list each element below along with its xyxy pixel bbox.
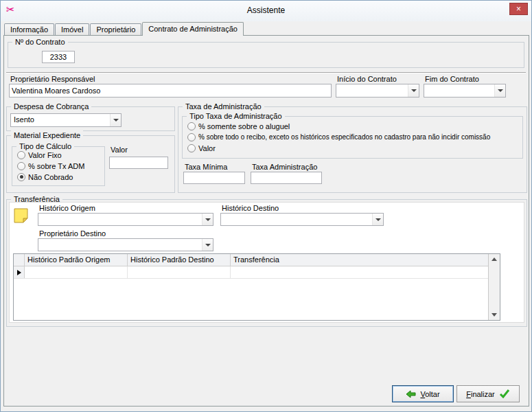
- radio-taxa-valor[interactable]: Valor: [187, 144, 216, 152]
- grid-vertical-scrollbar[interactable]: [488, 254, 500, 320]
- despesa-cobranca-combobox[interactable]: Isento: [10, 113, 122, 127]
- radio-todo-recibo-label: % sobre todo o recibo, exceto os históri…: [198, 133, 490, 141]
- separator: [6, 72, 526, 73]
- proprietario-destino-label: Proprietário Destino: [39, 229, 106, 238]
- window-title: Assistente: [1, 1, 531, 21]
- contract-end-combobox[interactable]: [424, 84, 506, 98]
- taxa-minima-label: Taxa Mínima: [185, 163, 227, 172]
- taxa-administracao-input[interactable]: [251, 172, 322, 184]
- chevron-down-icon[interactable]: [202, 239, 213, 251]
- group-tipo-calculo-label: Tipo de Cálculo: [16, 141, 74, 151]
- radio-circle: [187, 133, 196, 141]
- table-row[interactable]: [14, 266, 488, 279]
- taxa-administracao-label: Taxa Administração: [252, 163, 317, 172]
- contract-number-input[interactable]: [42, 51, 75, 63]
- tab-informacao[interactable]: Informação: [4, 23, 54, 35]
- despesa-cobranca-value: Isento: [11, 114, 110, 126]
- cell-origem[interactable]: [25, 266, 128, 278]
- tab-proprietario[interactable]: Proprietário: [90, 23, 141, 35]
- chevron-down-icon[interactable]: [372, 214, 383, 225]
- grid-column-transferencia[interactable]: Transferência: [231, 254, 488, 266]
- historico-destino-value: [221, 214, 372, 225]
- grid-column-historico-padrao-destino[interactable]: Histórico Padrão Destino: [128, 254, 231, 266]
- chevron-down-icon[interactable]: [202, 214, 213, 225]
- proprietario-destino-value: [38, 239, 202, 251]
- group-tipo-taxa-administracao-label: Tipo Taxa de Administração: [187, 111, 285, 121]
- radio-sobre-tx-adm-label: % sobre Tx ADM: [28, 162, 84, 170]
- group-taxa-administracao-label: Taxa de Administração: [183, 102, 264, 111]
- owner-input[interactable]: [9, 84, 332, 98]
- grid-column-historico-padrao-origem[interactable]: Histórico Padrão Origem: [25, 254, 128, 266]
- valor-label: Valor: [111, 146, 128, 154]
- transfer-grid-header: Histórico Padrão Origem Histórico Padrão…: [14, 254, 488, 266]
- close-button[interactable]: ×: [509, 3, 528, 15]
- group-numero-contrato-label: Nº do Contrato: [12, 37, 68, 47]
- scroll-up-icon[interactable]: [489, 254, 500, 264]
- check-icon: [499, 389, 510, 398]
- radio-sobre-tx-adm[interactable]: % sobre Tx ADM: [17, 161, 84, 170]
- radio-circle: [17, 173, 25, 181]
- historico-destino-combobox[interactable]: [220, 213, 384, 226]
- radio-nao-cobrado-label: Não Cobrado: [28, 173, 73, 181]
- scroll-down-icon[interactable]: [489, 310, 500, 320]
- contract-end-value: [424, 84, 494, 97]
- cell-destino[interactable]: [128, 266, 231, 278]
- group-material-expediente-label: Material Expediente: [11, 130, 83, 140]
- tab-imovel[interactable]: Imóvel: [55, 23, 89, 35]
- group-numero-contrato: Nº do Contrato: [8, 42, 524, 68]
- tabstrip: Informação Imóvel Proprietário Contrato …: [4, 22, 244, 36]
- voltar-label: Voltar: [420, 390, 439, 398]
- finalizar-button[interactable]: Finalizar: [456, 385, 520, 402]
- titlebar[interactable]: ✂ Assistente ×: [1, 1, 531, 21]
- radio-somente-aluguel[interactable]: % somente sobre o aluguel: [187, 122, 290, 130]
- owner-label: Proprietário Responsável: [10, 75, 95, 84]
- radio-circle: [187, 122, 196, 130]
- radio-taxa-valor-label: Valor: [198, 144, 216, 152]
- contract-start-label: Início do Contrato: [337, 75, 397, 84]
- taxa-minima-input[interactable]: [183, 172, 245, 184]
- transfer-grid-body: Histórico Padrão Origem Histórico Padrão…: [14, 254, 488, 320]
- assistente-dialog: ✂ Assistente × Informação Imóvel Proprie…: [0, 0, 532, 412]
- radio-circle: [17, 151, 25, 159]
- sticky-note-icon: [12, 207, 30, 225]
- grid-indicator-header: [14, 254, 25, 266]
- finalizar-label: Finalizar: [466, 390, 495, 398]
- arrow-left-icon: [406, 390, 416, 398]
- contract-start-value: [336, 84, 408, 97]
- radio-nao-cobrado[interactable]: Não Cobrado: [17, 172, 73, 181]
- cell-transferencia[interactable]: [231, 266, 488, 278]
- radio-somente-aluguel-label: % somente sobre o aluguel: [198, 122, 290, 130]
- radio-valor-fixo-label: Valor Fixo: [28, 151, 62, 159]
- voltar-button[interactable]: Voltar: [392, 385, 454, 402]
- historico-origem-value: [38, 214, 202, 225]
- proprietario-destino-combobox[interactable]: [38, 238, 213, 251]
- radio-valor-fixo[interactable]: Valor Fixo: [17, 150, 62, 159]
- radio-circle: [17, 162, 25, 170]
- chevron-down-icon[interactable]: [494, 84, 505, 97]
- chevron-down-icon[interactable]: [110, 114, 121, 126]
- group-despesa-cobranca-label: Despesa de Cobrança: [11, 102, 91, 111]
- contract-end-label: Fim do Contrato: [425, 75, 479, 84]
- tab-contrato-administracao[interactable]: Contrato de Administração: [142, 22, 244, 36]
- historico-origem-combobox[interactable]: [38, 213, 213, 226]
- historico-destino-label: Histórico Destino: [222, 204, 279, 213]
- contract-start-combobox[interactable]: [336, 84, 419, 98]
- row-indicator-icon: [14, 266, 25, 278]
- chevron-down-icon[interactable]: [408, 84, 419, 97]
- radio-circle: [187, 144, 196, 152]
- valor-input[interactable]: [109, 157, 168, 169]
- radio-todo-recibo[interactable]: % sobre todo o recibo, exceto os históri…: [187, 133, 490, 141]
- transfer-grid: Histórico Padrão Origem Histórico Padrão…: [13, 253, 500, 321]
- close-icon: ×: [516, 5, 521, 13]
- historico-origem-label: Histórico Origem: [39, 204, 95, 213]
